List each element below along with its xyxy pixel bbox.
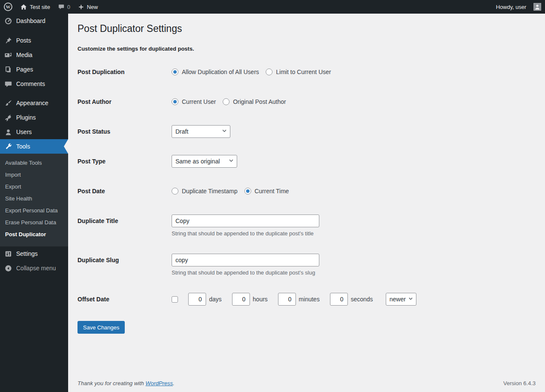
offset-date-enable-checkbox[interactable] <box>172 296 178 303</box>
tools-submenu: Available Tools Import Export Site Healt… <box>0 154 68 246</box>
sidebar-item-posts[interactable]: Posts <box>0 33 68 48</box>
row-post-type: Post Type Same as original <box>77 146 536 176</box>
offset-minutes-input[interactable] <box>278 293 296 306</box>
offset-days-input[interactable] <box>188 293 206 306</box>
sidebar-item-pages[interactable]: Pages <box>0 62 68 77</box>
sidebar-item-dashboard[interactable]: Dashboard <box>0 14 68 28</box>
submenu-item-import[interactable]: Import <box>0 169 68 181</box>
offset-seconds-input[interactable] <box>330 293 348 306</box>
sidebar-item-label: Posts <box>16 37 31 44</box>
sidebar-item-comments[interactable]: Comments <box>0 77 68 91</box>
footer-thanks-suffix: . <box>173 380 175 386</box>
row-duplicate-slug: Duplicate Slug String that should be app… <box>77 245 536 284</box>
page-title: Post Duplicator Settings <box>77 23 536 35</box>
footer: Thank you for creating with WordPress. V… <box>68 380 545 392</box>
row-offset-date: Offset Date days hours minutes seconds <box>77 284 536 314</box>
wordpress-link[interactable]: WordPress <box>146 380 173 386</box>
duplicate-title-label: Duplicate Title <box>77 215 172 237</box>
row-post-duplication: Post Duplication Allow Duplication of Al… <box>77 57 536 87</box>
site-name-label: Test site <box>30 4 50 10</box>
row-post-status: Post Status Draft <box>77 117 536 146</box>
sidebar-item-media[interactable]: Media <box>0 48 68 62</box>
offset-hours-label: hours <box>253 296 268 303</box>
sidebar-item-plugins[interactable]: Plugins <box>0 110 68 125</box>
submenu-item-export-personal-data[interactable]: Export Personal Data <box>0 205 68 217</box>
settings-sliders-icon <box>4 249 12 258</box>
post-date-current-label[interactable]: Current Time <box>255 188 289 195</box>
howdy-label: Howdy, user <box>496 4 526 10</box>
avatar[interactable] <box>534 3 541 11</box>
sidebar-item-label: Plugins <box>16 114 36 121</box>
sidebar-item-settings[interactable]: Settings <box>0 246 68 261</box>
submenu-item-available-tools[interactable]: Available Tools <box>0 157 68 169</box>
sidebar-item-label: Media <box>16 52 32 58</box>
submenu-item-export[interactable]: Export <box>0 181 68 193</box>
sidebar-item-label: Comments <box>16 80 45 87</box>
row-post-date: Post Date Duplicate Timestamp Current Ti… <box>77 176 536 206</box>
collapse-menu-label: Collapse menu <box>16 265 56 272</box>
wordpress-logo-icon: W <box>4 3 12 11</box>
comments-menu[interactable]: 0 <box>54 0 74 14</box>
post-date-duplicate-label[interactable]: Duplicate Timestamp <box>182 188 238 195</box>
post-author-label: Post Author <box>77 95 172 108</box>
sidebar-item-label: Pages <box>16 66 33 73</box>
sidebar-item-label: Settings <box>16 250 38 257</box>
offset-direction-select[interactable]: newer <box>386 293 416 306</box>
sidebar-item-appearance[interactable]: Appearance <box>0 96 68 110</box>
duplicate-slug-label: Duplicate Slug <box>77 254 172 276</box>
post-type-label: Post Type <box>77 155 172 168</box>
pin-icon <box>4 36 12 45</box>
main-content: Post Duplicator Settings Customize the s… <box>68 14 545 392</box>
sidebar-item-users[interactable]: Users <box>0 125 68 139</box>
comment-count-badge: 0 <box>67 4 70 10</box>
comment-bubble-icon <box>58 3 65 10</box>
post-status-label: Post Status <box>77 125 172 138</box>
wp-logo-menu[interactable]: W <box>0 0 16 14</box>
collapse-menu-button[interactable]: Collapse menu <box>0 261 68 275</box>
offset-days-label: days <box>209 296 222 303</box>
plus-icon <box>78 4 84 10</box>
admin-sidebar: Dashboard Posts Media Pages Comments App… <box>0 14 68 392</box>
offset-date-label: Offset Date <box>77 293 172 306</box>
appearance-icon <box>4 99 12 107</box>
post-duplication-limit-radio[interactable] <box>266 69 272 75</box>
sidebar-item-tools[interactable]: Tools <box>0 139 68 154</box>
footer-thanks: Thank you for creating with WordPress. <box>77 380 175 386</box>
post-status-select[interactable]: Draft <box>172 125 230 138</box>
post-date-duplicate-radio[interactable] <box>172 188 178 195</box>
post-duplication-limit-label[interactable]: Limit to Current User <box>276 69 331 75</box>
submenu-item-erase-personal-data[interactable]: Erase Personal Data <box>0 217 68 229</box>
footer-version: Version 6.4.3 <box>503 380 536 386</box>
duplicate-title-help: String that should be appended to the du… <box>172 230 319 237</box>
pages-icon <box>4 65 12 74</box>
post-author-original-label[interactable]: Original Post Author <box>233 98 286 105</box>
offset-minutes-label: minutes <box>299 296 320 303</box>
duplicate-slug-input[interactable] <box>172 254 319 266</box>
howdy-menu[interactable]: Howdy, user <box>492 0 530 14</box>
duplicate-slug-help: String that should be appended to the du… <box>172 269 319 276</box>
offset-hours-input[interactable] <box>232 293 250 306</box>
save-changes-button[interactable]: Save Changes <box>77 321 125 334</box>
new-label: New <box>87 4 98 10</box>
offset-seconds-label: seconds <box>351 296 373 303</box>
post-duplication-all-radio[interactable] <box>172 69 178 75</box>
home-icon <box>20 3 27 11</box>
duplicate-title-input[interactable] <box>172 215 319 227</box>
wrench-icon <box>4 142 12 151</box>
submenu-item-site-health[interactable]: Site Health <box>0 193 68 205</box>
admin-bar: W Test site 0 New Howdy, user <box>0 0 545 14</box>
row-post-author: Post Author Current User Original Post A… <box>77 87 536 117</box>
comments-icon <box>4 80 12 88</box>
post-duplication-all-label[interactable]: Allow Duplication of All Users <box>182 69 259 75</box>
sidebar-item-label: Tools <box>16 143 30 150</box>
plugins-icon <box>4 113 12 122</box>
new-content-menu[interactable]: New <box>74 0 102 14</box>
post-date-label: Post Date <box>77 185 172 197</box>
post-date-current-radio[interactable] <box>244 188 251 195</box>
post-author-current-radio[interactable] <box>172 98 178 105</box>
post-author-original-radio[interactable] <box>223 98 229 105</box>
post-author-current-label[interactable]: Current User <box>182 98 216 105</box>
post-type-select[interactable]: Same as original <box>172 155 237 168</box>
site-name-menu[interactable]: Test site <box>16 0 54 14</box>
submenu-item-post-duplicator[interactable]: Post Duplicator <box>0 229 68 240</box>
